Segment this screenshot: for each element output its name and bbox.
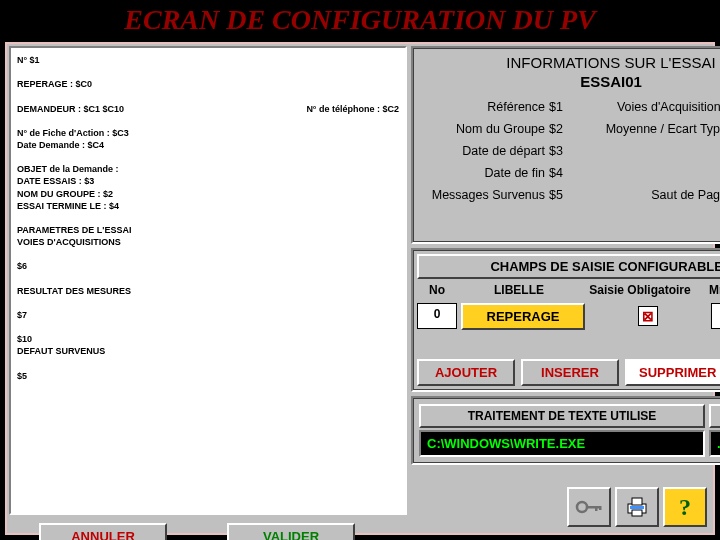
col-oblig: Saisie Obligatoire [581,283,699,297]
info-subheader: ESSAI01 [417,73,720,90]
svg-rect-7 [630,506,644,509]
col-mnemo: Mnémonique [699,283,720,297]
col-libelle: LIBELLE [457,283,581,297]
label-messages: Messages Survenus [425,188,545,202]
validate-button[interactable]: VALIDER [227,523,355,540]
svg-point-0 [577,502,587,512]
label-date-fin: Date de fin [425,166,545,180]
ext-input[interactable]: .WRI [709,430,720,457]
help-icon[interactable]: ? [663,487,707,527]
print-icon[interactable] [615,487,659,527]
path-input[interactable]: C:\WINDOWS\WRITE.EXE [419,430,705,457]
svg-rect-2 [595,506,598,511]
add-button[interactable]: AJOUTER [417,359,515,386]
value-date-depart: $3 [549,144,573,158]
value-messages: $5 [549,188,573,202]
mnemo-input[interactable]: $C0 [711,303,720,329]
info-panel: INFORMATIONS SUR L'ESSAI ESSAI01 Référen… [411,46,720,244]
no-input[interactable]: 0 [417,303,457,329]
config-header: CHAMPS DE SAISIE CONFIGURABLES [417,254,720,279]
label-saut: Saut de Page [577,188,720,202]
trait-header: TRAITEMENT DE TEXTE UTILISE [419,404,705,428]
oblig-checkbox[interactable]: ⊠ [638,306,658,326]
key-icon[interactable] [567,487,611,527]
svg-rect-1 [586,506,600,509]
config-panel: CHAMPS DE SAISIE CONFIGURABLES No LIBELL… [411,248,720,465]
svg-rect-5 [632,498,642,505]
value-reference: $1 [549,100,573,114]
label-reference: Référence [425,100,545,114]
value-groupe: $2 [549,122,573,136]
col-no: No [417,283,457,297]
libelle-button[interactable]: REPERAGE [461,303,585,330]
delete-button[interactable]: SUPPRIMER [625,359,720,386]
label-groupe: Nom du Groupe [425,122,545,136]
label-moyenne: Moyenne / Ecart Type [577,122,720,136]
insert-button[interactable]: INSERER [521,359,619,386]
page-title: ECRAN DE CONFIGURATION DU PV [0,0,720,38]
label-date-depart: Date de départ [425,144,545,158]
main-window: INFORMATIONS SUR L'ESSAI ESSAI01 Référen… [5,42,715,535]
svg-rect-6 [632,510,642,516]
type-fichier-label: Type Fichier [709,404,720,428]
preview-pane: N° $1 REPERAGE : $C0 DEMANDEUR : $C1 $C1… [9,46,407,515]
svg-rect-3 [599,506,602,510]
cancel-button[interactable]: ANNULER [39,523,167,540]
label-voies: Voies d'Acquisitions [577,100,720,114]
value-date-fin: $4 [549,166,573,180]
info-header: INFORMATIONS SUR L'ESSAI [417,54,720,71]
bottom-buttons: ANNULER VALIDER [9,519,407,540]
